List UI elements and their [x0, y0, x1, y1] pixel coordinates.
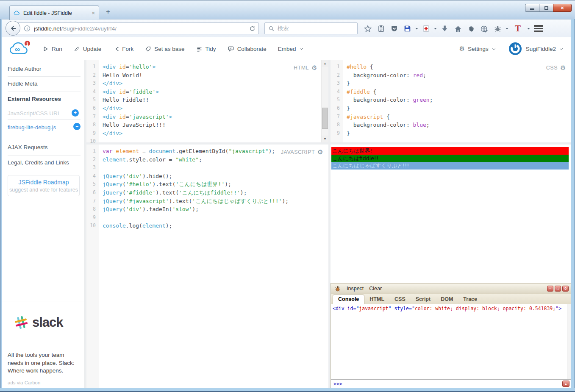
result-content: こんにちは世界!こんにちはfiddle!!こんにちはじゃばすくりぷと!!!: [331, 147, 569, 170]
maximize-button[interactable]: [539, 4, 553, 12]
settings-menu[interactable]: ⚙ Settings: [459, 45, 496, 53]
firebug-console: <div id="javascript" style="color: white…: [331, 304, 571, 379]
clipboard-icon[interactable]: [377, 25, 385, 33]
firebug-tab-html[interactable]: HTML: [364, 295, 389, 304]
panel-settings-gear-icon[interactable]: ⚙: [560, 64, 566, 72]
scroll-down-icon[interactable]: ▼: [322, 136, 328, 142]
resource-link[interactable]: firebug-lite-debug.js: [8, 124, 56, 131]
minimize-button[interactable]: [525, 4, 539, 12]
css-editor-panel: CSS ⚙ 123456789 #hello { background-colo…: [331, 60, 571, 142]
javascript-code-area[interactable]: var element = document.getElementById("j…: [103, 147, 320, 388]
reload-icon[interactable]: [246, 23, 258, 34]
line-number-gutter: 12345678910: [86, 60, 99, 142]
sidebar-item-fiddle-author[interactable]: Fiddle Author: [8, 66, 42, 72]
collaborate-icon: [228, 45, 234, 52]
close-button[interactable]: ×: [553, 4, 572, 12]
back-button[interactable]: [6, 21, 20, 36]
site-info-icon[interactable]: [24, 25, 31, 32]
firebug-tab-trace[interactable]: Trace: [458, 295, 482, 304]
console-log-entry[interactable]: <div id="javascript" style="color: white…: [331, 304, 571, 313]
divider: [8, 155, 81, 156]
window-border: [0, 19, 2, 392]
new-tab-button[interactable]: +: [106, 8, 110, 16]
firebug-inspect-menu[interactable]: Inspect: [347, 286, 364, 292]
titlebar: Edit fiddle - JSFiddle × + ×: [0, 0, 575, 19]
gear-icon: ⚙: [459, 45, 464, 53]
panel-settings-gear-icon[interactable]: ⚙: [317, 148, 323, 156]
bookmark-add-icon[interactable]: [422, 25, 430, 33]
sidebar-item-fiddle-meta[interactable]: Fiddle Meta: [8, 81, 38, 87]
dropdown-icon[interactable]: [527, 27, 531, 31]
tab-title: Edit fiddle - JSFiddle: [23, 10, 92, 16]
firebug-addon-icon[interactable]: [494, 25, 502, 33]
scroll-up-icon[interactable]: ▲: [322, 60, 328, 67]
settings-label: Settings: [468, 46, 489, 52]
firebug-off-button[interactable]: 0: [562, 286, 569, 292]
ad-unit[interactable]: slack All the tools your team needs in o…: [2, 301, 84, 388]
firebug-tab-script[interactable]: Script: [411, 295, 436, 304]
sidebar-item-legal[interactable]: Legal, Credits and Links: [8, 159, 69, 166]
home-icon[interactable]: [454, 25, 462, 33]
firebug-tab-css[interactable]: CSS: [389, 295, 411, 304]
firebug-detach-button[interactable]: □: [555, 286, 561, 292]
fork-button[interactable]: Fork: [113, 46, 133, 52]
main-content: Fiddle Author Fiddle Meta External Resou…: [2, 60, 571, 388]
url-text[interactable]: jsfiddle.net/SugiFiddle2/4vuyfrf4/: [34, 25, 246, 32]
pocket-icon[interactable]: [390, 25, 398, 33]
search-bar[interactable]: 検索: [264, 22, 358, 34]
firebug-minimize-button[interactable]: −: [547, 286, 553, 292]
scrollbar[interactable]: [567, 304, 571, 379]
dropdown-icon[interactable]: [433, 27, 437, 31]
run-button[interactable]: Run: [42, 46, 62, 52]
html-code-area[interactable]: <div id='hello'>Hello World!</div><div i…: [103, 63, 319, 142]
firebug-bug-icon[interactable]: [334, 285, 341, 292]
run-icon: [42, 46, 49, 52]
roadmap-link[interactable]: JSFiddle Roadmap: [8, 179, 79, 186]
roadmap-subtitle: suggest and vote for features: [8, 187, 79, 193]
save-icon[interactable]: [403, 25, 411, 33]
set-as-base-button[interactable]: Set as base: [145, 46, 184, 52]
url-bar[interactable]: jsfiddle.net/SugiFiddle2/4vuyfrf4/: [13, 22, 259, 34]
dropdown-icon[interactable]: [415, 27, 419, 31]
browser-tab[interactable]: Edit fiddle - JSFiddle ×: [9, 6, 99, 20]
window-border: [0, 388, 575, 392]
header-right: ⚙ Settings SugiFiddle2: [459, 37, 564, 60]
embed-button[interactable]: Embed: [278, 46, 304, 52]
firebug-tab-dom[interactable]: DOM: [436, 295, 458, 304]
expand-command-button[interactable]: ▲: [562, 381, 569, 387]
add-resource-button[interactable]: +: [72, 109, 79, 117]
jsfiddle-logo[interactable]: ∞ 1: [8, 41, 32, 58]
firebug-command-line[interactable]: >>> ▲: [331, 379, 571, 388]
download-icon[interactable]: [441, 25, 449, 33]
roadmap-box[interactable]: JSFiddle Roadmap suggest and vote for fe…: [8, 175, 80, 196]
firebug-panel: Inspect Clear −□0 ConsoleHTMLCSSScriptDO…: [331, 283, 571, 388]
tidy-button[interactable]: Tidy: [196, 46, 216, 52]
menu-icon[interactable]: [534, 24, 543, 33]
share-globe-icon[interactable]: [480, 25, 489, 33]
action-label: Fork: [122, 46, 133, 52]
sidebar-item-ajax-requests[interactable]: AJAX Requests: [8, 144, 48, 150]
scrollbar[interactable]: ▲ ▼: [321, 60, 328, 142]
text-tool-icon[interactable]: T: [512, 23, 523, 34]
update-button[interactable]: Update: [74, 46, 102, 52]
resource-uri-input[interactable]: JavaScript/CSS URI: [8, 110, 59, 117]
evernote-icon[interactable]: [467, 25, 475, 33]
bookmark-star-icon[interactable]: [364, 25, 372, 33]
firebug-clear-menu[interactable]: Clear: [369, 286, 382, 292]
panel-settings-gear-icon[interactable]: ⚙: [311, 64, 317, 72]
firebug-tabbar: ConsoleHTMLCSSScriptDOMTrace: [331, 294, 571, 304]
remove-resource-button[interactable]: −: [73, 123, 81, 130]
css-code-area[interactable]: #hello { background-color: red;}#fiddle …: [347, 63, 563, 142]
user-menu[interactable]: SugiFiddle2: [526, 46, 564, 52]
collaborate-button[interactable]: Collaborate: [228, 45, 267, 52]
notification-badge[interactable]: 1: [24, 40, 31, 47]
tab-close-icon[interactable]: ×: [92, 10, 95, 16]
firebug-tab-console[interactable]: Console: [333, 295, 364, 304]
avatar[interactable]: [509, 42, 522, 55]
dropdown-icon[interactable]: [505, 27, 509, 31]
ad-attribution[interactable]: ads via Carbon: [8, 380, 40, 385]
ad-text: All the tools your team needs in one pla…: [8, 351, 76, 375]
firebug-window-buttons: −□0: [547, 286, 569, 292]
console-prompt[interactable]: >>>: [333, 381, 342, 387]
scrollbar-thumb[interactable]: [322, 108, 328, 129]
